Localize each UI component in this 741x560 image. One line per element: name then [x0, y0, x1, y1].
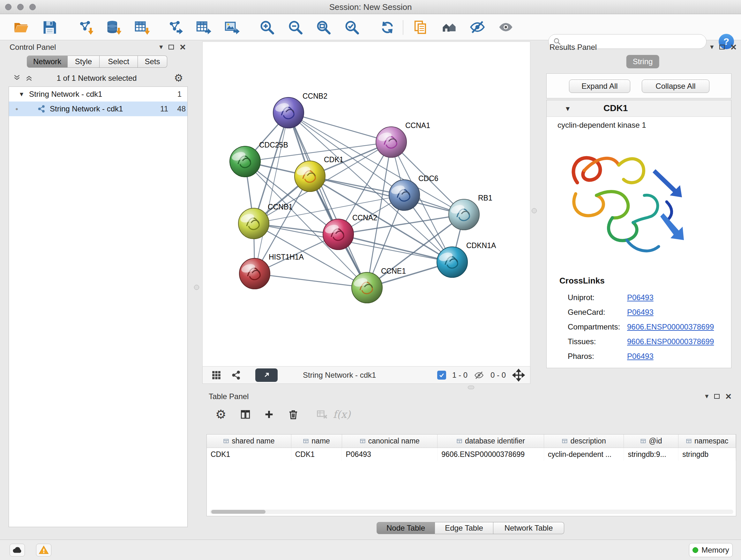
network-view-toolbar: String Network - cdk1 1 - 0 0 - 0 — [202, 367, 530, 384]
tab-edge-table[interactable]: Edge Table — [435, 522, 493, 534]
cloud-button[interactable] — [10, 544, 25, 557]
gear-icon[interactable]: ⚙ — [174, 72, 183, 84]
panel-menu-icon[interactable]: ▾ — [705, 392, 709, 400]
delete-column-trash-icon[interactable] — [286, 408, 300, 422]
tab-style[interactable]: Style — [68, 56, 99, 68]
network-canvas[interactable]: CCNB2CCNA1CDC25BCDK1CDC6RB1CCNB1CCNA2CDK… — [202, 42, 530, 367]
collapse-section-icon[interactable]: ▾ — [566, 104, 569, 113]
panel-menu-icon[interactable]: ▾ — [710, 43, 714, 51]
export-image-button[interactable] — [223, 18, 241, 37]
panel-menu-icon[interactable]: ▾ — [159, 43, 163, 51]
network-node-cdkn1a[interactable]: CDKN1A — [437, 241, 496, 277]
column-header-description[interactable]: description — [544, 435, 624, 448]
network-tree-item-row[interactable]: ● String Network - cdk1 11 48 — [9, 102, 187, 116]
open-view-button[interactable] — [255, 368, 278, 382]
node-label-ccnb2: CCNB2 — [302, 92, 327, 100]
crosslink-value-link[interactable]: P06493 — [627, 308, 654, 317]
crosslink-row: Pharos:P06493 — [547, 349, 731, 364]
crosslink-label: Uniprot: — [568, 293, 595, 302]
open-session-button[interactable] — [12, 18, 30, 37]
tab-network-table[interactable]: Network Table — [493, 522, 564, 534]
add-column-icon[interactable] — [262, 408, 276, 422]
network-node-hist1h1a[interactable]: HIST1H1A — [239, 253, 304, 289]
import-table-button[interactable] — [133, 18, 151, 37]
expand-collapse-box: Expand All Collapse All — [546, 73, 731, 98]
warnings-button[interactable] — [36, 544, 51, 557]
crosslink-value-link[interactable]: P06493 — [627, 293, 654, 302]
node-label-hist1h1a: HIST1H1A — [269, 253, 304, 261]
selected-nodes-checkbox[interactable] — [437, 371, 446, 380]
crosslink-value-link[interactable]: 9606.ENSP00000378699 — [627, 322, 714, 331]
gene-header[interactable]: ▾ CDK1 — [547, 100, 731, 117]
column-header-namespac[interactable]: namespac — [678, 435, 736, 448]
collapse-all-button[interactable]: Collapse All — [642, 79, 710, 93]
table-settings-gear-icon[interactable]: ⚙ — [214, 408, 228, 422]
column-header-database-identifier[interactable]: database identifier — [437, 435, 544, 448]
column-header--id[interactable]: @id — [624, 435, 678, 448]
splitter-handle[interactable] — [194, 285, 199, 290]
table-row[interactable]: CDK1CDK1P064939606.ENSP00000378699cyclin… — [207, 448, 736, 461]
copy-documents-button[interactable] — [412, 18, 429, 37]
refresh-view-button[interactable] — [379, 18, 396, 37]
crosslink-label: Tissues: — [568, 337, 596, 346]
hide-selected-button[interactable] — [468, 18, 486, 37]
zoom-out-button[interactable] — [286, 18, 305, 37]
import-network-file-button[interactable] — [76, 18, 94, 37]
eye-icon — [497, 19, 514, 36]
import-network-database-button[interactable] — [105, 18, 122, 37]
zoom-in-button[interactable] — [258, 18, 276, 37]
network-overview-icon[interactable] — [231, 370, 242, 381]
show-columns-icon[interactable] — [239, 408, 253, 422]
pan-move-icon[interactable] — [512, 369, 525, 381]
tab-sets[interactable]: Sets — [138, 56, 167, 68]
crosslink-value-link[interactable]: 9606.ENSP00000378699 — [627, 337, 714, 346]
save-session-button[interactable] — [41, 18, 59, 37]
memory-button[interactable]: Memory — [689, 543, 733, 557]
memory-label: Memory — [701, 546, 729, 555]
tab-node-table[interactable]: Node Table — [377, 522, 435, 534]
tab-network[interactable]: Network — [27, 56, 68, 68]
network-node-ccna1[interactable]: CCNA1 — [376, 121, 430, 158]
home-panels-button[interactable] — [440, 18, 458, 37]
zoom-selected-button[interactable] — [343, 18, 361, 37]
panel-float-icon[interactable] — [719, 45, 725, 50]
edge-HIST1H1A-CCNE1 — [255, 273, 367, 288]
scrollbar-thumb[interactable] — [211, 510, 266, 514]
status-bar: Memory — [0, 540, 741, 560]
network-node-cdk1[interactable]: CDK1 — [294, 155, 343, 192]
network-tree-root-row[interactable]: ▾ String Network - cdk1 1 — [9, 87, 187, 102]
panel-close-icon[interactable]: × — [725, 393, 731, 399]
hidden-count: 0 - 0 — [490, 367, 506, 384]
network-node-ccnb2[interactable]: CCNB2 — [273, 92, 327, 128]
splitter-handle[interactable] — [532, 208, 537, 213]
network-tree: ▾ String Network - cdk1 1 ● String Netwo… — [9, 86, 188, 527]
tab-select[interactable]: Select — [99, 56, 138, 68]
panel-float-icon[interactable] — [169, 45, 174, 50]
zoom-fit-button[interactable] — [315, 18, 333, 37]
node-label-rb1: RB1 — [478, 194, 492, 202]
hidden-eye-slash-icon[interactable] — [474, 370, 484, 381]
export-network-icon — [166, 19, 183, 36]
external-arrow-icon — [262, 371, 271, 380]
birds-eye-grid-icon[interactable] — [211, 370, 222, 381]
tab-string[interactable]: String — [626, 55, 659, 68]
column-header-shared-name[interactable]: shared name — [207, 435, 291, 448]
crosslink-value-link[interactable]: P06493 — [627, 352, 654, 361]
panel-close-icon[interactable]: × — [731, 44, 737, 50]
network-node-cdc25b[interactable]: CDC25B — [230, 141, 288, 177]
panel-close-icon[interactable]: × — [180, 44, 186, 50]
show-all-button[interactable] — [497, 18, 515, 37]
column-header-name[interactable]: name — [291, 435, 342, 448]
column-header-canonical-name[interactable]: canonical name — [342, 435, 438, 448]
horizontal-scrollbar[interactable] — [210, 509, 733, 514]
export-network-button[interactable] — [166, 18, 184, 37]
share-network-icon — [37, 105, 46, 113]
export-table-button[interactable] — [194, 18, 212, 37]
tree-caret-icon[interactable]: ▾ — [20, 90, 23, 98]
network-node-cdc6[interactable]: CDC6 — [389, 174, 439, 210]
crosslink-row: Uniprot:P06493 — [547, 291, 731, 305]
expand-all-button[interactable]: Expand All — [569, 79, 630, 93]
panel-float-icon[interactable] — [714, 394, 720, 399]
crosslink-label: GeneCard: — [568, 308, 605, 317]
network-node-rb1[interactable]: RB1 — [449, 194, 492, 230]
